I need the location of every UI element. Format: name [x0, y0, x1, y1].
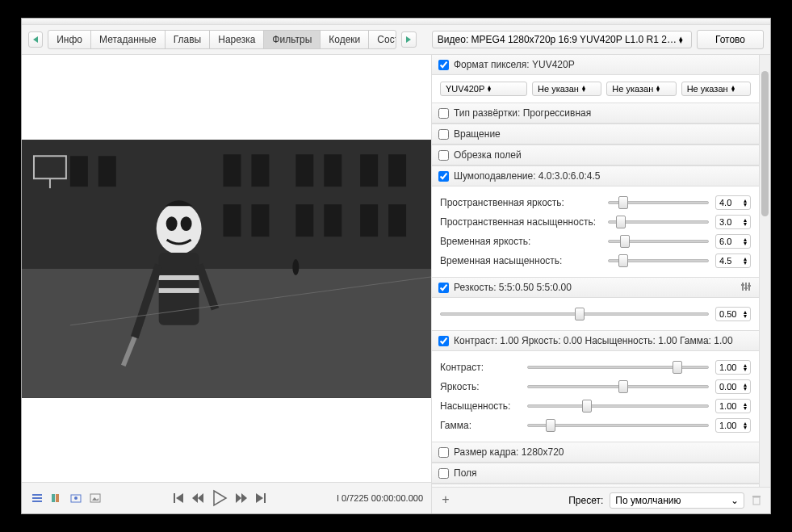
slider-value[interactable]: 6.0▴▾ — [715, 234, 751, 249]
svg-rect-16 — [324, 204, 342, 237]
video-track-label: Видео: MPEG4 1280x720p 16:9 YUV420P L1.0… — [438, 34, 677, 45]
svg-rect-56 — [753, 497, 760, 505]
tab-info[interactable]: Инфо — [48, 31, 91, 48]
trash-icon[interactable] — [751, 494, 764, 507]
tab-cut[interactable]: Нарезка — [210, 31, 264, 48]
svg-marker-0 — [33, 36, 38, 43]
svg-rect-51 — [745, 283, 747, 291]
picture-icon[interactable] — [88, 492, 103, 505]
list-icon[interactable] — [30, 492, 44, 505]
svg-rect-10 — [324, 154, 342, 186]
svg-point-23 — [181, 216, 192, 231]
slider[interactable] — [608, 234, 709, 249]
section-rotate[interactable]: Вращение — [432, 124, 759, 145]
slider-label: Контраст: — [440, 362, 521, 373]
pixfmt-select-0[interactable]: YUV420P▴▾ — [440, 82, 527, 96]
pixfmt-select-2[interactable]: Не указан▴▾ — [606, 82, 676, 96]
svg-marker-46 — [236, 493, 241, 503]
slider-row: Временная яркость:6.0▴▾ — [440, 232, 751, 251]
fields-checkbox[interactable] — [438, 468, 449, 479]
prev-button[interactable] — [28, 31, 43, 48]
framesize-checkbox[interactable] — [438, 447, 449, 458]
section-denoise[interactable]: Шумоподавление: 4.0:3.0:6.0:4.5 — [432, 165, 759, 186]
go-end-button[interactable] — [254, 492, 267, 505]
rotate-checkbox[interactable] — [438, 129, 449, 140]
section-pixfmt[interactable]: Формат пикселя: YUV420P — [432, 55, 759, 75]
tab-chapters[interactable]: Главы — [166, 31, 211, 48]
crop-checkbox[interactable] — [438, 150, 449, 161]
scan-checkbox[interactable] — [438, 108, 449, 119]
section-fields[interactable]: Поля — [432, 463, 759, 484]
svg-rect-49 — [264, 493, 266, 503]
slider-row: Контраст:1.00▴▾ — [440, 358, 751, 377]
section-sharp[interactable]: Резкость: 5:5:0.50 5:5:0.00 — [432, 277, 759, 298]
done-button[interactable]: Готово — [697, 30, 764, 49]
svg-point-21 — [157, 203, 202, 254]
pixfmt-select-3[interactable]: Не указан▴▾ — [681, 82, 751, 96]
slider[interactable] — [527, 379, 709, 394]
section-framesize[interactable]: Размер кадра: 1280x720 — [432, 442, 759, 463]
slider-value[interactable]: 1.00▴▾ — [715, 360, 751, 375]
slider[interactable] — [608, 253, 709, 268]
denoise-checkbox[interactable] — [438, 171, 449, 182]
pixfmt-checkbox[interactable] — [438, 60, 449, 70]
tab-codecs[interactable]: Кодеки — [321, 31, 369, 48]
video-track-select[interactable]: Видео: MPEG4 1280x720p 16:9 YUV420P L1.0… — [432, 31, 692, 48]
sharp-value[interactable]: 0.50▴▾ — [715, 307, 751, 321]
slider-value[interactable]: 4.0▴▾ — [715, 195, 751, 210]
svg-rect-15 — [295, 204, 313, 237]
svg-marker-1 — [406, 36, 411, 43]
slider[interactable] — [608, 195, 709, 210]
step-fwd-button[interactable] — [235, 492, 248, 505]
slider-value[interactable]: 0.00▴▾ — [715, 379, 751, 394]
slider[interactable] — [527, 399, 709, 413]
next-button[interactable] — [401, 31, 416, 48]
settings-icon[interactable] — [741, 282, 752, 293]
updown-icon: ▴▾ — [677, 36, 686, 43]
svg-rect-50 — [742, 283, 744, 291]
svg-rect-55 — [748, 285, 751, 287]
preset-select[interactable]: По умолчанию ⌄ — [610, 492, 744, 509]
sharp-checkbox[interactable] — [438, 283, 449, 293]
slider-value[interactable]: 3.0▴▾ — [715, 215, 751, 229]
tab-metadata[interactable]: Метаданные — [91, 31, 166, 48]
snapshot-icon[interactable] — [69, 492, 83, 505]
svg-rect-4 — [22, 269, 431, 398]
left-pane: I 0/7225 00:00:00.000 — [22, 55, 432, 513]
video-preview[interactable] — [22, 140, 431, 398]
tab-state[interactable]: Состояние — [369, 31, 396, 48]
markers-icon[interactable] — [49, 492, 64, 505]
svg-point-30 — [292, 259, 299, 275]
go-start-button[interactable] — [172, 492, 185, 505]
tab-filters[interactable]: Фильтры — [264, 31, 321, 48]
svg-marker-43 — [192, 493, 198, 503]
pixfmt-select-1[interactable]: Не указан▴▾ — [532, 82, 601, 96]
slider-row: Пространственная насыщенность:3.0▴▾ — [440, 212, 751, 232]
slider[interactable] — [608, 215, 709, 229]
levels-checkbox[interactable] — [438, 336, 449, 346]
svg-marker-48 — [256, 493, 263, 503]
section-crop[interactable]: Обрезка полей — [432, 145, 759, 165]
toolbar: Инфо Метаданные Главы Нарезка Фильтры Ко… — [22, 25, 770, 55]
step-back-button[interactable] — [191, 492, 204, 505]
transport-bar: I 0/7225 00:00:00.000 — [22, 482, 431, 513]
slider-value[interactable]: 1.00▴▾ — [715, 418, 751, 433]
svg-rect-9 — [295, 154, 313, 186]
slider-row: Яркость:0.00▴▾ — [440, 377, 751, 396]
play-button[interactable] — [211, 489, 228, 507]
section-levels[interactable]: Контраст: 1.00 Яркость: 0.00 Насыщенност… — [432, 330, 759, 351]
slider[interactable] — [527, 418, 709, 433]
svg-point-38 — [74, 496, 78, 500]
scrollbar[interactable] — [759, 55, 770, 487]
svg-rect-18 — [388, 204, 406, 237]
sharp-slider[interactable] — [440, 307, 709, 321]
svg-rect-13 — [224, 204, 241, 237]
section-scan[interactable]: Тип развёртки: Прогрессивная — [432, 103, 759, 124]
svg-rect-33 — [32, 497, 42, 499]
add-preset-button[interactable]: + — [438, 493, 453, 508]
app-window: Инфо Метаданные Главы Нарезка Фильтры Ко… — [21, 18, 771, 514]
slider-value[interactable]: 4.5▴▾ — [715, 253, 751, 268]
preview-area — [22, 55, 431, 482]
slider[interactable] — [527, 360, 709, 375]
slider-value[interactable]: 1.00▴▾ — [715, 399, 751, 413]
